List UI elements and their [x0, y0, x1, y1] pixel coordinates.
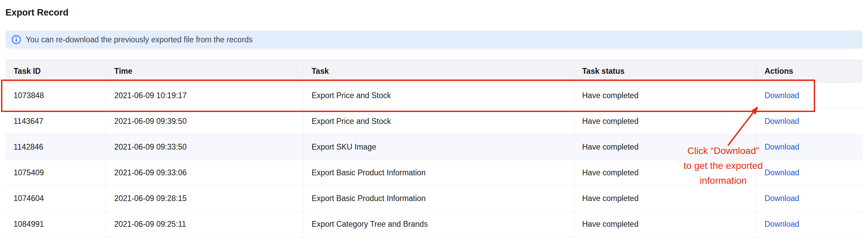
table-row: 1084991 2021-06-09 09:25:11 Export Categ…: [5, 212, 863, 237]
export-record-page: { "page": { "title": "Export Record" }, …: [0, 0, 868, 244]
info-icon: [12, 35, 21, 44]
download-link[interactable]: Download: [765, 117, 799, 126]
download-link[interactable]: Download: [765, 168, 799, 177]
cell-status: Have completed: [574, 186, 756, 211]
cell-task-id: 1074604: [5, 186, 106, 211]
download-link[interactable]: Download: [765, 194, 799, 203]
cell-status: Have completed: [574, 160, 756, 185]
info-banner-text: You can re-download the previously expor…: [26, 35, 253, 44]
cell-task-id: 1143647: [5, 109, 106, 134]
cell-status: Have completed: [574, 83, 756, 108]
cell-time: 2021-06-09 10:19:17: [106, 83, 303, 108]
table-body: 1073848 2021-06-09 10:19:17 Export Price…: [5, 83, 863, 237]
cell-time: 2021-06-09 09:28:15: [106, 186, 303, 211]
table-row: 1074604 2021-06-09 09:28:15 Export Basic…: [5, 186, 863, 212]
table-header-row: Task ID Time Task Task status Actions: [5, 60, 863, 83]
download-link[interactable]: Download: [765, 142, 799, 152]
column-header-task: Task: [303, 60, 574, 83]
table-row: 1143647 2021-06-09 09:39:50 Export Price…: [5, 109, 863, 134]
cell-task: Export Basic Product Information: [303, 160, 574, 185]
cell-task: Export Basic Product Information: [303, 186, 574, 211]
cell-task: Export SKU Image: [303, 134, 574, 160]
cell-task: Export Price and Stock: [303, 109, 574, 134]
cell-task: Export Price and Stock: [303, 83, 574, 108]
cell-time: 2021-06-09 09:25:11: [106, 212, 303, 237]
cell-time: 2021-06-09 09:33:06: [106, 160, 303, 185]
column-header-task-id: Task ID: [5, 60, 106, 83]
info-banner: You can re-download the previously expor…: [5, 30, 863, 49]
export-record-table: Task ID Time Task Task status Actions 10…: [5, 60, 863, 237]
cell-task: Export Category Tree and Brands: [303, 212, 574, 237]
table-row: 1142846 2021-06-09 09:33:50 Export SKU I…: [5, 134, 863, 160]
cell-time: 2021-06-09 09:39:50: [106, 109, 303, 134]
cell-task-id: 1075409: [5, 160, 106, 185]
download-link[interactable]: Download: [765, 91, 799, 100]
cell-task-id: 1073848: [5, 83, 106, 108]
cell-time: 2021-06-09 09:33:50: [106, 134, 303, 160]
cell-status: Have completed: [574, 134, 756, 160]
column-header-time: Time: [106, 60, 303, 83]
column-header-task-status: Task status: [574, 60, 756, 83]
cell-status: Have completed: [574, 212, 756, 237]
table-row: 1073848 2021-06-09 10:19:17 Export Price…: [5, 83, 863, 109]
column-header-actions: Actions: [756, 60, 863, 83]
cell-task-id: 1084991: [5, 212, 106, 237]
table-row: 1075409 2021-06-09 09:33:06 Export Basic…: [5, 160, 863, 186]
page-title: Export Record: [5, 7, 68, 18]
cell-task-id: 1142846: [5, 134, 106, 160]
cell-status: Have completed: [574, 109, 756, 134]
download-link[interactable]: Download: [765, 220, 799, 229]
